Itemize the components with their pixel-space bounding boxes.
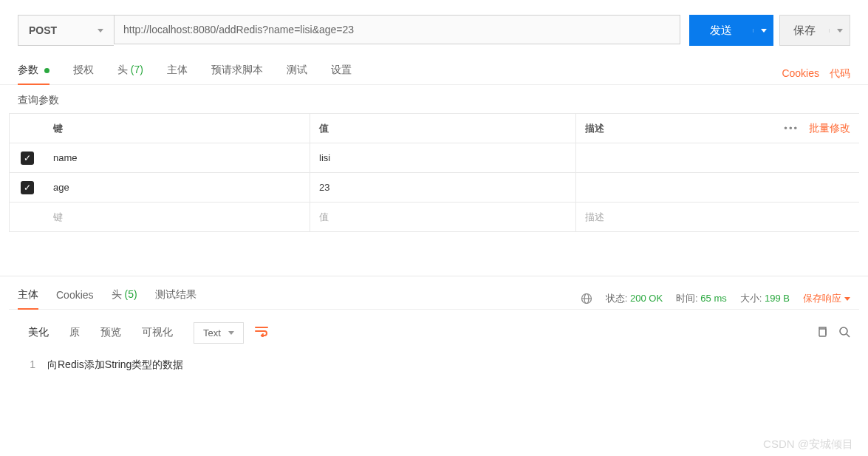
chevron-down-icon: [844, 297, 850, 301]
response-body[interactable]: 1 向Redis添加String类型的数据: [0, 355, 868, 375]
visualize-button[interactable]: 可视化: [131, 320, 183, 345]
chevron-down-icon: [837, 29, 843, 33]
param-desc[interactable]: [576, 173, 859, 202]
chevron-down-icon: [761, 29, 767, 33]
tab-headers[interactable]: 头 (7): [117, 64, 143, 84]
response-line: 向Redis添加String类型的数据: [47, 358, 183, 372]
size-label: 大小: 199 B: [740, 292, 790, 305]
table-row: ✓ age 23: [9, 173, 859, 203]
tab-tests[interactable]: 测试: [287, 64, 307, 84]
raw-button[interactable]: 原: [59, 320, 90, 345]
param-value[interactable]: lisi: [310, 143, 576, 172]
rtab-body[interactable]: 主体: [18, 288, 38, 309]
response-tabs: 主体 Cookies 头 (5) 测试结果 状态: 200 OK 时间: 65 …: [0, 276, 868, 309]
cookies-link[interactable]: Cookies: [782, 67, 819, 81]
param-key[interactable]: name: [44, 143, 310, 172]
tab-body[interactable]: 主体: [167, 64, 188, 84]
copy-icon[interactable]: [816, 326, 828, 340]
send-button[interactable]: 发送: [689, 15, 773, 46]
param-value[interactable]: 23: [310, 173, 576, 202]
col-key: 键: [44, 114, 310, 143]
search-icon[interactable]: [838, 326, 850, 340]
param-desc[interactable]: [576, 143, 859, 172]
send-dropdown[interactable]: [753, 29, 773, 33]
chevron-down-icon: [98, 29, 103, 33]
pretty-button[interactable]: 美化: [18, 320, 59, 345]
row-checkbox[interactable]: ✓: [21, 152, 34, 165]
rtab-tests[interactable]: 测试结果: [155, 288, 197, 309]
param-key[interactable]: age: [44, 173, 310, 202]
more-icon[interactable]: •••: [784, 123, 799, 134]
col-desc: 描述 ••• 批量修改: [576, 114, 859, 143]
bulk-edit-link[interactable]: 批量修改: [809, 122, 850, 135]
save-button[interactable]: 保存: [779, 15, 850, 46]
rtab-headers[interactable]: 头 (5): [112, 288, 137, 309]
save-dropdown[interactable]: [829, 29, 850, 33]
svg-point-5: [840, 327, 847, 335]
line-number: 1: [18, 358, 47, 372]
params-table: 键 值 描述 ••• 批量修改 ✓ name lisi ✓ age 23 键 值…: [9, 113, 859, 232]
active-dot-icon: [44, 68, 49, 73]
url-input[interactable]: http://localhost:8080/addRedis?name=lisi…: [114, 15, 680, 44]
table-header: 键 值 描述 ••• 批量修改: [9, 114, 859, 143]
svg-line-6: [847, 334, 850, 337]
code-link[interactable]: 代码: [830, 67, 850, 81]
tab-params[interactable]: 参数: [18, 64, 49, 84]
tab-settings[interactable]: 设置: [331, 64, 352, 84]
time-label: 时间: 65 ms: [676, 292, 727, 305]
param-desc-input[interactable]: 描述: [576, 203, 859, 231]
response-toolbar: 美化 原 预览 可视化 Text: [0, 310, 868, 355]
tab-prerequest[interactable]: 预请求脚本: [211, 64, 263, 84]
status-label: 状态: 200 OK: [606, 292, 663, 305]
rtab-cookies[interactable]: Cookies: [56, 289, 94, 308]
format-select[interactable]: Text: [194, 322, 244, 344]
method-select[interactable]: POST: [18, 15, 114, 46]
row-checkbox[interactable]: ✓: [21, 181, 34, 194]
chevron-down-icon: [228, 331, 234, 335]
table-row: ✓ name lisi: [9, 143, 859, 173]
table-row-new: 键 值 描述: [9, 203, 859, 232]
globe-icon[interactable]: [581, 293, 592, 304]
col-value: 值: [310, 114, 576, 143]
query-params-title: 查询参数: [0, 85, 868, 113]
param-value-input[interactable]: 值: [310, 203, 576, 231]
param-key-input[interactable]: 键: [44, 203, 310, 231]
request-tabs: 参数 授权 头 (7) 主体 预请求脚本 测试 设置 Cookies 代码: [0, 55, 868, 85]
method-label: POST: [29, 24, 57, 36]
tab-auth[interactable]: 授权: [73, 64, 94, 84]
save-response-button[interactable]: 保存响应: [803, 292, 850, 305]
svg-rect-4: [819, 329, 826, 336]
wrap-icon[interactable]: [254, 325, 269, 341]
preview-button[interactable]: 预览: [90, 320, 131, 345]
